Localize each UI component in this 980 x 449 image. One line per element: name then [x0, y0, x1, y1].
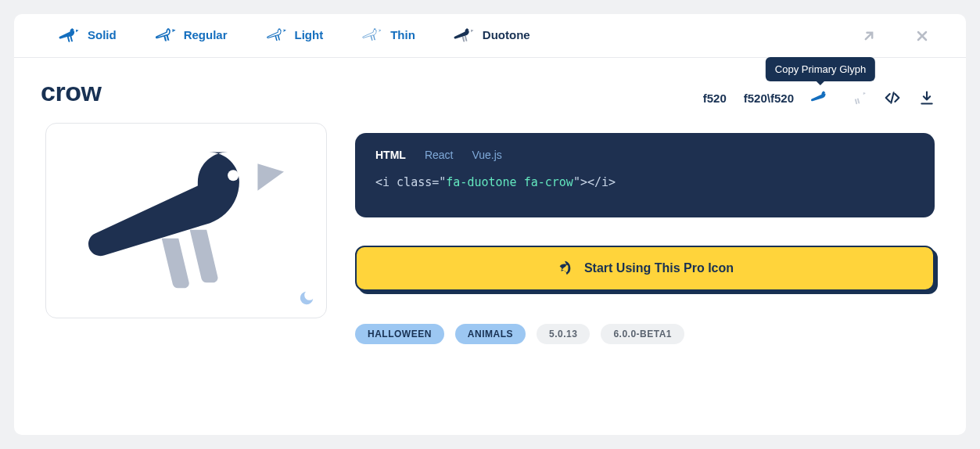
crow-primary-icon [811, 90, 830, 106]
tooltip: Copy Primary Glyph [766, 57, 875, 81]
svg-point-0 [169, 30, 170, 31]
code-tab-vue[interactable]: Vue.js [472, 149, 501, 161]
tab-label: Solid [88, 28, 117, 41]
tag-animals[interactable]: ANIMALS [455, 324, 526, 344]
svg-point-4 [565, 265, 568, 268]
icon-detail-card: Solid Regular Light Thin Duotone [14, 14, 966, 435]
tag-halloween[interactable]: HALLOWEEN [355, 324, 444, 344]
tab-label: Regular [184, 28, 228, 41]
open-external-icon[interactable] [856, 23, 881, 48]
code-snippet[interactable]: <i class="fa-duotone fa-crow"></i> [375, 175, 914, 189]
icon-meta-row: f520 f520\f520 Copy Primary Glyph [355, 77, 935, 119]
tag-version-6-beta[interactable]: 6.0.0-BETA1 [601, 324, 684, 344]
crow-duotone-icon [84, 142, 288, 299]
unicode-duo[interactable]: f520\f520 [744, 92, 794, 105]
svg-point-2 [376, 30, 377, 31]
copy-secondary-glyph-button[interactable] [847, 90, 866, 106]
style-tabs: Solid Regular Light Thin Duotone [14, 14, 966, 58]
tab-label: Thin [390, 28, 415, 41]
tab-label: Light [295, 28, 324, 41]
svg-point-3 [228, 170, 239, 181]
rocket-icon [556, 260, 573, 277]
crow-icon [361, 27, 382, 43]
unicode-primary[interactable]: f520 [703, 92, 727, 105]
code-panel: HTML React Vue.js <i class="fa-duotone f… [355, 133, 935, 217]
crow-icon [265, 27, 287, 43]
tab-light[interactable]: Light [260, 16, 328, 56]
tags-row: HALLOWEEN ANIMALS 5.0.13 6.0.0-BETA1 [355, 324, 935, 344]
tab-label: Duotone [483, 28, 530, 41]
download-icon[interactable] [919, 90, 935, 106]
tag-version-5[interactable]: 5.0.13 [537, 324, 590, 344]
tab-thin[interactable]: Thin [356, 16, 420, 56]
crow-icon [58, 27, 80, 43]
copy-code-icon[interactable] [883, 90, 902, 106]
theme-toggle-moon-icon[interactable] [298, 289, 315, 310]
cta-label: Start Using This Pro Icon [584, 261, 734, 275]
svg-point-1 [280, 30, 281, 31]
crow-secondary-icon [847, 90, 866, 106]
code-tabs: HTML React Vue.js [375, 149, 914, 161]
tab-solid[interactable]: Solid [53, 16, 121, 56]
code-tab-html[interactable]: HTML [375, 149, 406, 161]
crow-icon [453, 27, 475, 43]
code-tab-react[interactable]: React [425, 149, 454, 161]
copy-primary-glyph-button[interactable]: Copy Primary Glyph [811, 90, 830, 106]
close-icon[interactable] [910, 23, 935, 48]
tab-regular[interactable]: Regular [149, 16, 232, 56]
icon-name-heading: crow [41, 77, 327, 107]
tab-duotone[interactable]: Duotone [448, 16, 535, 56]
icon-preview [45, 123, 327, 318]
crow-icon [154, 27, 176, 43]
start-using-pro-button[interactable]: Start Using This Pro Icon [355, 246, 935, 291]
